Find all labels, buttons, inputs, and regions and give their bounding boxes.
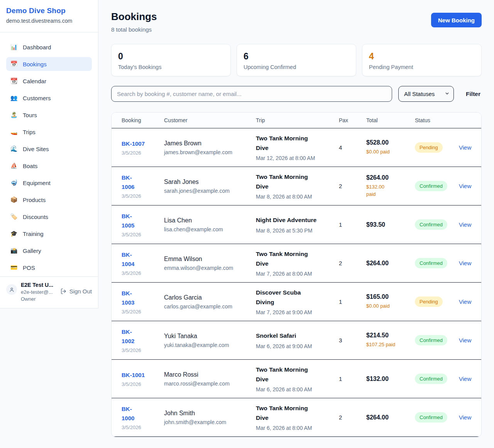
table-header-row: BookingCustomerTripPaxTotalStatus bbox=[112, 113, 481, 128]
trip-name: Two Tank Morning Dive bbox=[256, 404, 339, 422]
table-header-cell: Trip bbox=[256, 117, 339, 123]
customers-icon: 👥 bbox=[10, 94, 18, 101]
trip-time: Mar 12, 2026 at 8:00 AM bbox=[256, 155, 339, 161]
sidebar-item[interactable]: 🚤 Trips bbox=[6, 125, 92, 139]
sidebar-item[interactable]: 🎓 Training bbox=[6, 227, 92, 241]
trip-time: Mar 8, 2026 at 5:30 PM bbox=[256, 227, 339, 234]
trip-time: Mar 6, 2026 at 8:00 AM bbox=[256, 425, 339, 431]
booking-id-link[interactable]: BK- 1004 bbox=[122, 250, 134, 269]
view-link[interactable]: View bbox=[459, 414, 471, 421]
status-select[interactable]: All Statuses bbox=[398, 86, 454, 102]
total-amount: $264.00 bbox=[366, 414, 415, 421]
total-amount: $264.00 bbox=[366, 260, 415, 267]
user-name: E2E Test U... bbox=[21, 282, 53, 288]
sidebar-item[interactable]: 📆 Calendar bbox=[6, 74, 92, 88]
total-cell: $264.00 bbox=[366, 260, 415, 267]
customer-name: Sarah Jones bbox=[164, 179, 256, 185]
sign-out-icon bbox=[60, 288, 67, 295]
sidebar-item-label: Calendar bbox=[23, 78, 46, 84]
booking-cell: BK-1001 3/5/2026 bbox=[122, 371, 164, 387]
sidebar-item[interactable]: 📸 Gallery bbox=[6, 244, 92, 258]
total-amount: $165.00 bbox=[366, 293, 415, 300]
sidebar-item[interactable]: 💳 POS bbox=[6, 261, 92, 275]
sidebar-item-label: Customers bbox=[23, 95, 51, 101]
stat-card: 0 Today's Bookings bbox=[111, 44, 231, 76]
status-badge: Confirmed bbox=[415, 335, 447, 345]
filter-button[interactable]: Filter bbox=[466, 91, 480, 98]
training-icon: 🎓 bbox=[10, 230, 18, 237]
view-link[interactable]: View bbox=[459, 298, 471, 305]
new-booking-button[interactable]: New Booking bbox=[431, 13, 482, 27]
sidebar-item[interactable]: 🤿 Equipment bbox=[6, 176, 92, 190]
booking-date: 3/5/2026 bbox=[122, 424, 164, 430]
sidebar-item[interactable]: 🏷️ Discounts bbox=[6, 210, 92, 224]
status-cell: Confirmed bbox=[415, 374, 459, 384]
sidebar-item[interactable]: 📅 Bookings bbox=[6, 57, 92, 71]
booking-id-link[interactable]: BK-1007 bbox=[122, 139, 145, 148]
booking-cell: BK- 1000 3/5/2026 bbox=[122, 404, 164, 430]
customer-cell: Lisa Chen lisa.chen@example.com bbox=[164, 217, 256, 232]
trip-cell: Snorkel Safari Mar 6, 2026 at 9:00 AM bbox=[256, 331, 339, 349]
brand-domain: demo.test.divestreams.com bbox=[6, 18, 92, 24]
customer-cell: James Brown james.brown@example.com bbox=[164, 140, 256, 155]
booking-date: 3/5/2026 bbox=[122, 193, 164, 199]
booking-id-link[interactable]: BK- 1006 bbox=[122, 173, 134, 192]
filter-row: All Statuses Filter bbox=[111, 86, 482, 102]
search-input[interactable] bbox=[111, 86, 392, 102]
customer-name: Carlos Garcia bbox=[164, 294, 256, 301]
status-badge: Pending bbox=[415, 296, 443, 307]
trip-name: Discover Scuba Diving bbox=[256, 288, 339, 307]
view-link[interactable]: View bbox=[459, 376, 471, 382]
sidebar-item[interactable]: 🌊 Dive Sites bbox=[6, 142, 92, 156]
booking-cell: BK- 1006 3/5/2026 bbox=[122, 173, 164, 199]
view-cell: View bbox=[459, 376, 471, 382]
customer-name: Yuki Tanaka bbox=[164, 333, 256, 340]
view-cell: View bbox=[459, 260, 471, 267]
sidebar-item[interactable]: 📊 Dashboard bbox=[6, 40, 92, 54]
status-badge: Confirmed bbox=[415, 219, 447, 230]
view-link[interactable]: View bbox=[459, 260, 471, 266]
sidebar-item[interactable]: 📦 Products bbox=[6, 193, 92, 207]
sidebar-nav: 📊 Dashboard 📅 Bookings 📆 Calendar 👥 Cust… bbox=[0, 32, 98, 275]
customer-email: james.brown@example.com bbox=[164, 149, 256, 155]
sidebar-item[interactable]: 🏝️ Tours bbox=[6, 108, 92, 122]
customer-email: john.smith@example.com bbox=[164, 419, 256, 425]
pax-cell: 3 bbox=[339, 337, 366, 344]
customer-name: Emma Wilson bbox=[164, 256, 256, 263]
booking-id-link[interactable]: BK- 1003 bbox=[122, 289, 134, 307]
total-cell: $528.00 $0.00 paid bbox=[366, 139, 415, 156]
customer-email: yuki.tanaka@example.com bbox=[164, 342, 256, 348]
total-amount: $93.50 bbox=[366, 221, 415, 228]
total-cell: $165.00 $0.00 paid bbox=[366, 293, 415, 310]
stat-value: 4 bbox=[369, 51, 475, 62]
view-link[interactable]: View bbox=[459, 337, 471, 344]
booking-id-link[interactable]: BK-1001 bbox=[122, 371, 145, 380]
status-cell: Pending bbox=[415, 296, 459, 307]
booking-id-link[interactable]: BK- 1000 bbox=[122, 404, 134, 423]
table-row: BK-1001 3/5/2026 Marco Rossi marco.rossi… bbox=[112, 360, 481, 398]
total-cell: $93.50 bbox=[366, 221, 415, 228]
trip-name: Two Tank Morning Dive bbox=[256, 365, 339, 384]
sign-out-button[interactable]: Sign Out bbox=[60, 288, 92, 295]
trip-cell: Two Tank Morning Dive Mar 6, 2026 at 8:0… bbox=[256, 404, 339, 431]
booking-id-link[interactable]: BK- 1002 bbox=[122, 327, 134, 346]
equipment-icon: 🤿 bbox=[10, 179, 18, 186]
brand: Demo Dive Shop demo.test.divestreams.com bbox=[0, 0, 98, 32]
status-cell: Confirmed bbox=[415, 219, 459, 230]
sidebar-item[interactable]: 👥 Customers bbox=[6, 91, 92, 105]
dive-sites-icon: 🌊 bbox=[10, 145, 18, 152]
status-select-wrap: All Statuses bbox=[398, 86, 454, 102]
stat-card: 6 Upcoming Confirmed bbox=[237, 44, 356, 76]
table-row: BK- 1000 3/5/2026 John Smith john.smith@… bbox=[112, 398, 481, 437]
customer-cell: Marco Rossi marco.rossi@example.com bbox=[164, 371, 256, 387]
view-link[interactable]: View bbox=[459, 183, 471, 189]
booking-id-link[interactable]: BK- 1005 bbox=[122, 212, 134, 230]
view-link[interactable]: View bbox=[459, 221, 471, 228]
sidebar-item-label: Gallery bbox=[23, 248, 41, 254]
person-icon bbox=[9, 287, 15, 293]
trip-time: Mar 7, 2026 at 8:00 AM bbox=[256, 271, 339, 277]
status-badge: Confirmed bbox=[415, 412, 447, 423]
view-link[interactable]: View bbox=[459, 144, 471, 151]
main-content: Bookings 8 total bookings New Booking 0 … bbox=[98, 0, 494, 437]
sidebar-item[interactable]: ⛵ Boats bbox=[6, 159, 92, 173]
